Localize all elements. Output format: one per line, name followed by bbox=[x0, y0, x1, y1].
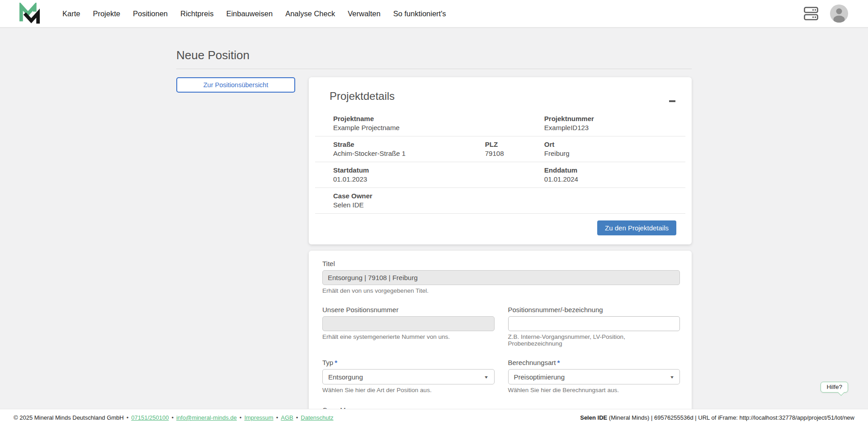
positionsnummer-helper-text: Z.B. Interne-Vorgangsnummer, LV-Position… bbox=[508, 333, 680, 347]
separator-dot: • bbox=[240, 414, 242, 421]
nav-item-verwalten[interactable]: Verwalten bbox=[341, 9, 387, 18]
required-asterisk: * bbox=[557, 359, 560, 366]
session-details: (Mineral Minds) | 69576255536d | URL of … bbox=[607, 414, 854, 421]
required-asterisk: * bbox=[335, 359, 337, 366]
separator-dot: • bbox=[296, 414, 298, 421]
table-row: Straße Achim-Stocker-Straße 1 PLZ 79108 … bbox=[315, 136, 685, 162]
berechnungsart-label: Berechnungsart* bbox=[508, 359, 680, 366]
footer-session-info: Selen IDE (Mineral Minds) | 69576255536d… bbox=[580, 414, 854, 421]
table-row: Projektname Example Projectname Projektn… bbox=[315, 111, 685, 136]
project-details-table: Projektname Example Projectname Projektn… bbox=[315, 111, 685, 214]
phone-link[interactable]: 07151/250100 bbox=[131, 414, 169, 421]
minus-icon bbox=[669, 100, 675, 103]
berechnungsart-select[interactable]: Preisoptimierung ▾ bbox=[508, 369, 680, 384]
unsere-positionsnummer-field-group: Unsere Positionsnummer Erhält eine syste… bbox=[322, 306, 495, 347]
help-button[interactable]: Hilfe? bbox=[821, 382, 848, 393]
back-to-positions-button[interactable]: Zur Positionsübersicht bbox=[176, 77, 295, 93]
person-silhouette-icon bbox=[830, 5, 848, 23]
field-value: 01.01.2024 bbox=[544, 175, 682, 183]
field-label: Case Owner bbox=[333, 192, 682, 200]
field-label: Projektnummer bbox=[544, 115, 682, 122]
field-value: 01.01.2023 bbox=[333, 175, 523, 183]
positionsnummer-field-group: Positionsnummer/-bezeichnung Z.B. Intern… bbox=[508, 306, 680, 347]
collapse-card-button[interactable] bbox=[668, 98, 676, 104]
berechnungsart-field-group: Berechnungsart* Preisoptimierung ▾ Wähle… bbox=[508, 359, 680, 393]
typ-select[interactable]: Entsorgung ▾ bbox=[322, 369, 495, 384]
field-value: Freiburg bbox=[544, 150, 682, 157]
nav-item-so-funktionierts[interactable]: So funktioniert's bbox=[387, 9, 453, 18]
logo-icon bbox=[18, 3, 40, 24]
datenschutz-link[interactable]: Datenschutz bbox=[301, 414, 333, 421]
typ-helper-text: Wählen Sie hier die Art der Position aus… bbox=[322, 387, 495, 393]
berechnungsart-helper-text: Wählen Sie hier die Berechnungsart aus. bbox=[508, 387, 680, 393]
nav-item-projekte[interactable]: Projekte bbox=[86, 9, 127, 18]
field-label: Ort bbox=[544, 140, 682, 148]
berechnungsart-selected-value: Preisoptimierung bbox=[514, 373, 565, 381]
unsere-positionsnummer-helper-text: Erhält eine systemgenerierte Nummer von … bbox=[322, 333, 495, 340]
top-navbar: Karte Projekte Positionen Richtpreis Ein… bbox=[0, 0, 868, 28]
chevron-down-icon: ▾ bbox=[670, 375, 674, 379]
positionsnummer-label: Positionsnummer/-bezeichnung bbox=[508, 306, 680, 314]
titel-input bbox=[322, 270, 680, 285]
field-value: 79108 bbox=[485, 150, 523, 157]
left-column: Zur Positionsübersicht bbox=[176, 77, 295, 93]
page-footer: © 2025 Mineral Minds Deutschland GmbH•07… bbox=[0, 409, 868, 426]
app-root: Karte Projekte Positionen Richtpreis Ein… bbox=[0, 0, 868, 426]
field-value: Selen IDE bbox=[333, 201, 682, 209]
field-label: Startdatum bbox=[333, 166, 523, 174]
nav-item-karte[interactable]: Karte bbox=[56, 9, 86, 18]
typ-label-text: Typ bbox=[322, 359, 333, 366]
table-row: Startdatum 01.01.2023 Enddatum 01.01.202… bbox=[315, 162, 685, 188]
field-value: Example Projectname bbox=[333, 124, 523, 131]
main-nav: Karte Projekte Positionen Richtpreis Ein… bbox=[56, 9, 453, 18]
titel-label: Titel bbox=[322, 260, 680, 267]
footer-left: © 2025 Mineral Minds Deutschland GmbH•07… bbox=[14, 414, 334, 421]
unsere-positionsnummer-label: Unsere Positionsnummer bbox=[322, 306, 495, 314]
agb-link[interactable]: AGB bbox=[281, 414, 293, 421]
field-label: Enddatum bbox=[544, 166, 682, 174]
separator-dot: • bbox=[171, 414, 174, 421]
nav-item-einbauweisen[interactable]: Einbauweisen bbox=[220, 9, 279, 18]
copyright-text: © 2025 Mineral Minds Deutschland GmbH bbox=[14, 414, 124, 421]
field-value: ExampleID123 bbox=[544, 124, 682, 131]
session-user: Selen IDE bbox=[580, 414, 607, 421]
unsere-positionsnummer-input bbox=[322, 316, 495, 331]
table-row: Case Owner Selen IDE bbox=[315, 188, 685, 214]
titel-helper-text: Erhält den von uns vorgegebenen Titel. bbox=[322, 287, 680, 294]
field-label: PLZ bbox=[485, 140, 523, 148]
separator-dot: • bbox=[127, 414, 129, 421]
project-card-title: Projektdetails bbox=[330, 90, 685, 103]
mineral-minds-logo[interactable] bbox=[18, 3, 40, 24]
positionsnummer-input[interactable] bbox=[508, 316, 680, 331]
nav-item-richtpreis[interactable]: Richtpreis bbox=[174, 9, 220, 18]
nav-item-analyse-check[interactable]: Analyse Check bbox=[279, 9, 341, 18]
impressum-link[interactable]: Impressum bbox=[244, 414, 273, 421]
title-divider bbox=[176, 69, 692, 69]
main-content: Neue Position Zur Positionsübersicht Pro… bbox=[176, 28, 692, 426]
right-column: Projektdetails Projektname Example Proje… bbox=[309, 77, 692, 426]
typ-field-group: Typ* Entsorgung ▾ Wählen Sie hier die Ar… bbox=[322, 359, 495, 393]
go-to-project-details-button[interactable]: Zu den Projektdetails bbox=[597, 220, 676, 235]
typ-selected-value: Entsorgung bbox=[328, 373, 363, 381]
email-link[interactable]: info@mineral-minds.de bbox=[176, 414, 237, 421]
separator-dot: • bbox=[276, 414, 278, 421]
titel-field-group: Titel Erhält den von uns vorgegebenen Ti… bbox=[322, 260, 680, 294]
project-details-card: Projektdetails Projektname Example Proje… bbox=[309, 77, 692, 244]
new-position-form-card: Titel Erhält den von uns vorgegebenen Ti… bbox=[309, 251, 692, 426]
field-label: Projektname bbox=[333, 115, 523, 122]
berechnungsart-label-text: Berechnungsart bbox=[508, 359, 556, 366]
field-label: Straße bbox=[333, 140, 463, 148]
nav-item-positionen[interactable]: Positionen bbox=[127, 9, 174, 18]
navbar-right bbox=[804, 5, 848, 23]
chevron-down-icon: ▾ bbox=[485, 375, 488, 379]
server-icon[interactable] bbox=[804, 6, 818, 21]
user-avatar-icon[interactable] bbox=[830, 5, 848, 23]
page-title: Neue Position bbox=[176, 48, 692, 62]
typ-label: Typ* bbox=[322, 359, 495, 366]
field-value: Achim-Stocker-Straße 1 bbox=[333, 150, 463, 157]
